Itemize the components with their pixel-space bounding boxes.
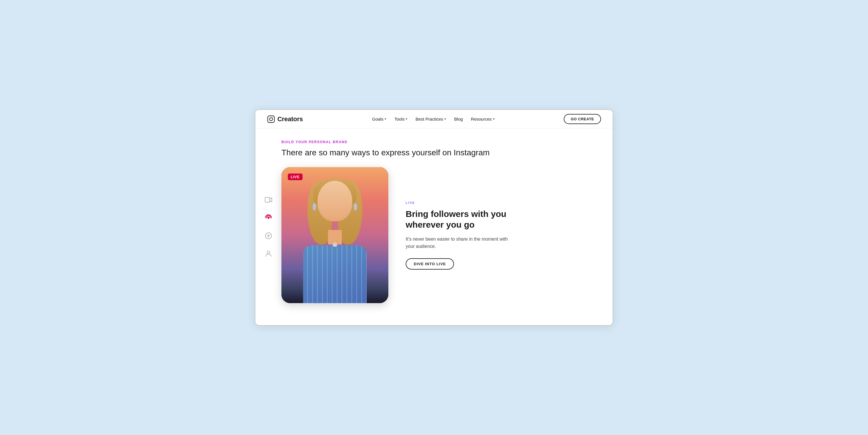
add-circle-icon[interactable] [264, 231, 273, 241]
live-badge: LIVE [288, 174, 303, 180]
svg-rect-0 [268, 116, 274, 122]
nav-item-goals[interactable]: Goals ▾ [369, 115, 390, 123]
chevron-down-icon: ▾ [444, 117, 446, 121]
go-create-button[interactable]: GO CREATE [564, 114, 601, 124]
svg-point-2 [273, 117, 273, 117]
card-description: It's never been easier to share in the m… [406, 235, 510, 250]
video-icon[interactable] [264, 195, 273, 205]
phone-mockup: LIVE [281, 167, 389, 303]
content-area: BUILD YOUR PERSONAL BRAND There are so m… [281, 128, 613, 325]
card-text: LIVE Bring followers with you wherever y… [406, 201, 613, 269]
svg-marker-4 [270, 198, 272, 202]
live-radio-icon[interactable] [264, 213, 273, 223]
chevron-down-icon: ▾ [384, 117, 386, 121]
section-label: BUILD YOUR PERSONAL BRAND [281, 140, 613, 144]
navbar-nav: Goals ▾ Tools ▾ Best Practices ▾ Blog Re… [369, 115, 498, 123]
phone-background: LIVE [281, 167, 389, 303]
card-title: Bring followers with you wherever you go [406, 208, 613, 230]
nav-item-tools[interactable]: Tools ▾ [391, 115, 411, 123]
navbar: Creators Goals ▾ Tools ▾ Best Practices … [255, 110, 613, 128]
navbar-brand: Creators [267, 115, 303, 123]
svg-point-5 [268, 217, 270, 219]
nav-item-blog[interactable]: Blog [451, 115, 466, 123]
browser-window: Creators Goals ▾ Tools ▾ Best Practices … [255, 109, 613, 326]
nav-item-resources[interactable]: Resources ▾ [467, 115, 498, 123]
brand-name: Creators [277, 115, 303, 123]
sidebar-icons [255, 128, 281, 325]
person-icon[interactable] [264, 249, 273, 259]
main-content: BUILD YOUR PERSONAL BRAND There are so m… [255, 128, 613, 325]
instagram-logo-icon [267, 115, 275, 123]
card-row: LIVE [281, 167, 613, 303]
dive-into-live-button[interactable]: DIVE INTO LIVE [406, 258, 454, 269]
content-label: LIVE [406, 201, 613, 204]
svg-point-1 [270, 117, 273, 121]
svg-rect-3 [265, 198, 270, 202]
chevron-down-icon: ▾ [493, 117, 495, 121]
section-title: There are so many ways to express yourse… [281, 147, 613, 158]
chevron-down-icon: ▾ [406, 117, 407, 121]
nav-item-best-practices[interactable]: Best Practices ▾ [412, 115, 450, 123]
svg-point-9 [267, 251, 270, 254]
